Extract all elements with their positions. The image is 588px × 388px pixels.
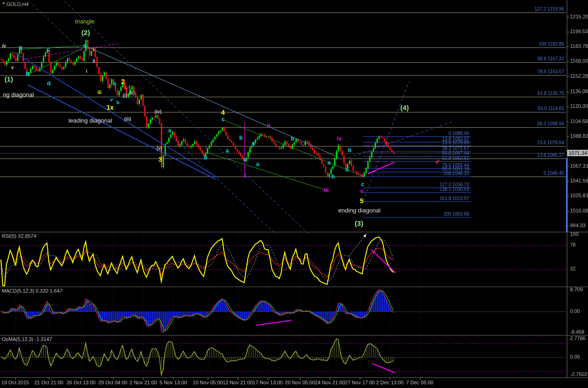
wave-label[interactable]: (iii) [124, 117, 131, 122]
osma-axis-label: -2.7502 [570, 372, 587, 377]
time-axis-label: 26 Oct 13:00 [67, 380, 96, 385]
time-axis-label: 20 Nov 05:00 [285, 380, 315, 385]
wave-label[interactable]: (4) [400, 104, 409, 111]
wave-label[interactable]: b [26, 71, 29, 76]
wave-label[interactable]: c [243, 157, 247, 162]
wave-label[interactable]: v [360, 188, 363, 194]
fib-projection-label[interactable]: 50.0 1067.64 [442, 151, 469, 156]
wave-label[interactable]: a [226, 148, 229, 153]
fib-projection-label[interactable]: 100 1046.32 [443, 171, 469, 176]
wave-label[interactable]: iii [324, 187, 329, 193]
wave-label[interactable]: a [328, 160, 331, 165]
wave-label[interactable]: a [19, 45, 22, 51]
time-axis-label: 17 Nov 13:00 [253, 380, 282, 385]
wave-label[interactable]: ending diagonal [338, 207, 381, 213]
wave-label[interactable]: v [110, 97, 113, 102]
fib-retracement-label[interactable]: 13.8 1065.27 [537, 153, 564, 158]
wave-label[interactable]: ✓ [435, 158, 441, 165]
osma-indicator-label: OsMA(5,12,3) -1.3147 [2, 337, 52, 342]
wave-label[interactable]: c [361, 182, 365, 187]
fib-projection-label[interactable]: 61.8 1062.61 [442, 156, 469, 161]
fib-retracement-label[interactable]: 78.6 1153.67 [537, 70, 564, 74]
wave-label[interactable]: i [245, 173, 247, 179]
wave-label[interactable]: 3 [159, 156, 162, 163]
wave-label[interactable]: b [291, 136, 294, 141]
wave-label[interactable]: ng diagonal [3, 92, 34, 98]
wave-label[interactable]: a [113, 81, 116, 86]
symbol-marker-icon: ▼ [2, 1, 6, 6]
price-axis-label: 1025.83 [570, 193, 588, 198]
price-axis-label: 1104.58 [570, 119, 588, 124]
time-axis-label: 21 Oct 21:00 [35, 380, 64, 385]
time-axis-separator [0, 377, 588, 378]
price-axis-label: 994.33 [570, 223, 586, 228]
wave-label[interactable]: triangle [75, 18, 95, 24]
time-axis-label: 19 Oct 2015 [1, 380, 29, 385]
time-axis-label: 29 Oct 04:00 [99, 380, 128, 385]
wave-label[interactable]: a [346, 167, 349, 172]
wave-label[interactable]: iv [2, 44, 6, 48]
wave-label[interactable]: i [86, 69, 88, 74]
fib-projection-label[interactable]: 200 1003.68 [443, 212, 469, 217]
wave-label[interactable]: ii [267, 123, 270, 129]
fib-projection-label[interactable]: 138.2 1030.03 [440, 187, 469, 192]
wave-label[interactable]: c [252, 141, 255, 146]
wave-label[interactable]: a [256, 161, 259, 167]
fib-retracement-label[interactable]: 61.8 1130.75 [537, 91, 564, 96]
wave-label[interactable]: c [47, 46, 50, 52]
fib-retracement-label[interactable]: 88.6 1167.31 [537, 57, 564, 61]
fib-retracement-label[interactable]: 38.2 1098.56 [537, 122, 564, 126]
wave-label[interactable]: (ii) [129, 91, 135, 95]
price-chart-canvas[interactable] [0, 0, 588, 388]
wave-label[interactable]: v [11, 65, 14, 70]
osma-axis-label: 2.7786 [570, 336, 586, 341]
wave-label[interactable]: 5 [360, 198, 364, 204]
wave-label[interactable]: b [204, 155, 207, 160]
wave-label[interactable]: leading diagonal [69, 118, 112, 123]
price-axis-label: 1120.33 [570, 104, 588, 109]
wave-label[interactable]: (2) [82, 29, 90, 36]
wave-label[interactable]: 1x [106, 104, 114, 111]
price-axis-label: 1010.08 [570, 208, 588, 213]
price-axis-label: 1199.53 [570, 29, 588, 34]
fib-projection-label[interactable]: 23.6 1078.89 [442, 141, 469, 145]
wave-label[interactable]: (1) [5, 76, 13, 82]
price-axis-label: 1152.28 [570, 74, 588, 79]
wave-label[interactable]: a [168, 128, 171, 133]
wave-label[interactable]: b [239, 135, 242, 141]
fib-retracement-label[interactable]: 50.0 1114.65 [538, 106, 564, 111]
wave-label[interactable]: iv [337, 135, 342, 141]
panel-separator-rsi-macd[interactable] [0, 287, 588, 287]
fib-retracement-label[interactable]: 127.2 1219.96 [535, 7, 564, 12]
osma-axis-label: 0.00 [570, 354, 580, 359]
fib-projection-label[interactable]: 161.8 1019.97 [440, 196, 469, 201]
wave-label[interactable]: b [117, 100, 120, 105]
wave-label[interactable]: e [83, 42, 86, 48]
wave-label[interactable]: ii [93, 59, 95, 64]
wave-label[interactable]: (v) [157, 146, 162, 151]
up-arrow-marker[interactable]: ↑ [360, 172, 364, 179]
price-axis-label: 1041.58 [570, 178, 588, 183]
fib-retracement-label[interactable]: 23.6 1078.64 [537, 141, 564, 145]
panel-separator-macd-osma[interactable] [0, 335, 588, 335]
wave-label[interactable]: (iv) [155, 110, 162, 114]
time-axis-label: 10 Nov 05:00 [193, 380, 223, 385]
fib-projection-label[interactable]: 0 1088.96 [449, 131, 470, 136]
wave-label[interactable]: b [331, 174, 335, 179]
wave-label[interactable]: c-f [125, 85, 130, 90]
price-axis-label: 1215.20 [570, 14, 588, 19]
up-arrow-marker[interactable]: ↑ [204, 145, 208, 152]
wave-label[interactable]: b [348, 147, 351, 153]
wave-label[interactable]: c [222, 117, 225, 122]
wave-label[interactable]: iii [98, 90, 101, 95]
wave-label[interactable]: 4 [221, 109, 225, 116]
wave-label[interactable]: 2 [121, 78, 125, 85]
wave-label[interactable]: (i) [123, 94, 127, 98]
wave-label[interactable]: (3) [355, 220, 363, 227]
fib-retracement-label[interactable]: 0 1046.45 [544, 171, 564, 176]
wave-label[interactable]: d [47, 80, 51, 86]
fib-retracement-label[interactable]: 100 1182.86 [539, 42, 564, 47]
macd-axis-label: -8.458 [570, 329, 584, 335]
price-axis-label: 1183.78 [570, 44, 588, 49]
panel-separator-main-rsi[interactable] [0, 232, 588, 232]
